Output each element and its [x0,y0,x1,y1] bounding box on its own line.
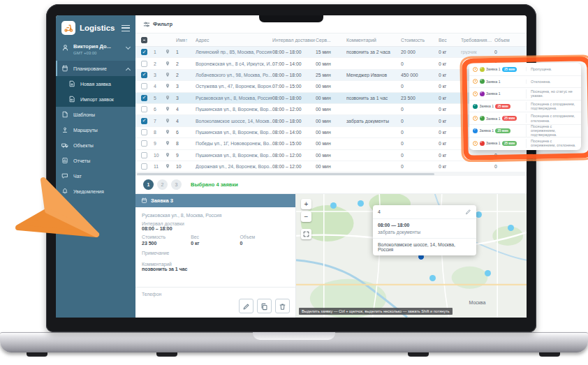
sidebar-item-planning[interactable]: Планирование [56,61,135,76]
doc-plus-icon [68,80,75,87]
row-checkbox[interactable] [141,152,147,158]
table-row[interactable]: 86Пушкинская ул., 8, Воронеж, Вор...08:0… [135,127,527,138]
row-checkbox[interactable] [141,140,147,147]
sidebar-item-label: Чат [73,174,130,179]
table-row[interactable]: 32Лобачевского ул., 98, Москва, Ро...08:… [135,70,527,81]
status-pin-icon [480,141,485,146]
zoom-in-button[interactable]: + [301,199,311,209]
map-panel[interactable]: + − 4 08:00 — 18:00 [296,194,527,318]
row-name: 1 [176,50,196,54]
horizontal-scrollbar[interactable] [135,172,527,176]
sidebar-item-chat[interactable]: Чат [56,168,135,184]
zoom-out-button[interactable]: − [301,211,311,222]
col-comment[interactable]: Комментарий [346,38,401,43]
pin-icon [165,152,170,158]
row-checkbox[interactable] [141,163,147,170]
col-weight[interactable]: Вес [439,38,461,43]
note-label: Примечание [142,251,289,255]
row-address: Ленинский пр., 85, Москва, Россия [196,50,272,54]
table-row[interactable]: 1110Дорожная ул., 24, Воронеж, Воро...08… [135,161,527,172]
app-logo[interactable]: Logistics [56,15,135,40]
legend-status-text: Посещена с опережением, подтверждена. [526,124,578,137]
bell-icon [61,188,68,195]
table-row[interactable]: 53Русаковская ул., 8, Москва, Россия08:0… [135,93,527,104]
row-checkbox[interactable] [141,106,147,112]
sidebar-item-templates[interactable]: Шаблоны [56,107,135,122]
col-requirements[interactable]: Требования… [461,38,494,43]
table-row[interactable]: 22Воронежская ул., 8 с4, Иркутск, И...07… [135,58,527,69]
delete-button[interactable] [275,299,290,313]
row-checkbox[interactable] [141,49,147,55]
sidebar-item-routes[interactable]: Маршруты [56,122,135,137]
sidebar-item-objects[interactable]: Объекты [56,137,135,153]
hamburger-menu-icon[interactable] [122,25,130,31]
select-all-checkbox[interactable] [141,37,147,43]
laptop-groove [253,332,335,340]
col-interval[interactable]: Интервал доставки [272,38,316,43]
row-name: 10 [176,164,196,169]
row-checkbox[interactable] [141,61,147,67]
map-marker[interactable] [330,202,337,209]
row-volume: 0 [494,153,527,158]
page-button-1[interactable]: 1 [143,179,154,190]
col-service[interactable]: Серв... [316,38,346,43]
row-checkbox[interactable] [141,83,147,89]
file-icon [61,111,68,118]
row-number: 7 [154,119,165,124]
filter-button[interactable]: Фильтр [143,21,172,28]
page-button-3[interactable]: 3 [171,179,182,190]
sort-asc-icon [185,38,188,43]
row-pin-cell [165,140,176,147]
map-marker[interactable] [508,225,514,231]
col-name[interactable]: Имя [176,38,196,43]
pin-icon [165,163,170,169]
laptop-foot [539,352,560,357]
detail-address: Русаковская ул., 8, Москва, Россия [142,213,289,218]
table-row[interactable]: 74Волоколамское шоссе, 14, Москв...08:00… [135,115,527,126]
row-cost: 0 [401,119,439,124]
fullscreen-button[interactable] [301,229,311,239]
sidebar-item-reports[interactable]: Отчеты [56,153,135,168]
table-row[interactable]: 43Остужева ул., 47, Воронеж, Ворон...07:… [135,81,527,92]
row-number: 3 [154,73,165,77]
col-address[interactable]: Адрес [196,38,272,43]
row-checkbox-cell [135,72,154,78]
popup-edit-icon[interactable] [465,209,471,215]
row-checkbox[interactable] [141,129,147,135]
main-area: Фильтр Имя Адрес Интервал доставки Серв.… [135,15,527,318]
row-address: Лобачевского ул., 98, Москва, Ро... [196,73,272,77]
copy-button[interactable] [257,299,272,313]
row-service: 00 мин [316,107,346,112]
pin-icon [165,95,170,100]
pin-icon [165,140,170,146]
edit-button[interactable] [239,299,253,313]
table-row[interactable]: 64Пушкинская ул., 8, Воронеж, Вор...08:0… [135,104,527,115]
map-marker[interactable] [476,211,482,218]
sidebar-item-new-order[interactable]: Новая заявка [56,76,135,91]
col-volume[interactable]: Объем [494,38,527,43]
volume-value: 0 [240,241,289,246]
page-button-2[interactable]: 2 [157,179,168,190]
row-service: 25 мин [316,73,346,77]
row-checkbox[interactable] [141,118,147,124]
row-checkbox[interactable] [141,72,147,78]
col-cost[interactable]: Стоимость [401,38,439,43]
table-row[interactable]: 11Ленинский пр., 85, Москва, Россия08:00… [135,47,527,58]
legend-row: Заявка 125 минПосещена с опережением, по… [469,125,581,137]
row-weight: 0 кг [439,164,461,169]
table-row[interactable]: 98Победы ул., 1Г, Нововоронеж, Во...08:0… [135,138,527,149]
row-name: 8 [176,141,196,146]
sidebar-item-import-orders[interactable]: Импорт заявок [56,91,135,107]
sidebar-item-label: Планирование [73,66,122,71]
sidebar-item-label: Уведомления [73,189,130,194]
sidebar-item-notifications[interactable]: Уведомления [56,184,135,199]
pin-icon [165,61,170,66]
row-pin-cell [165,129,176,135]
row-name: 4 [176,119,196,124]
row-name: 3 [176,84,196,89]
row-checkbox[interactable] [141,95,147,101]
table-row[interactable]: 109Пушкинская ул., 8, Воронеж, Вор...08:… [135,150,527,161]
map-popup-interval: 08:00 — 18:00 [378,223,471,228]
scrollbar-thumb[interactable] [137,173,434,175]
user-account[interactable]: Виктория До... GMT +03:00 [56,40,135,61]
